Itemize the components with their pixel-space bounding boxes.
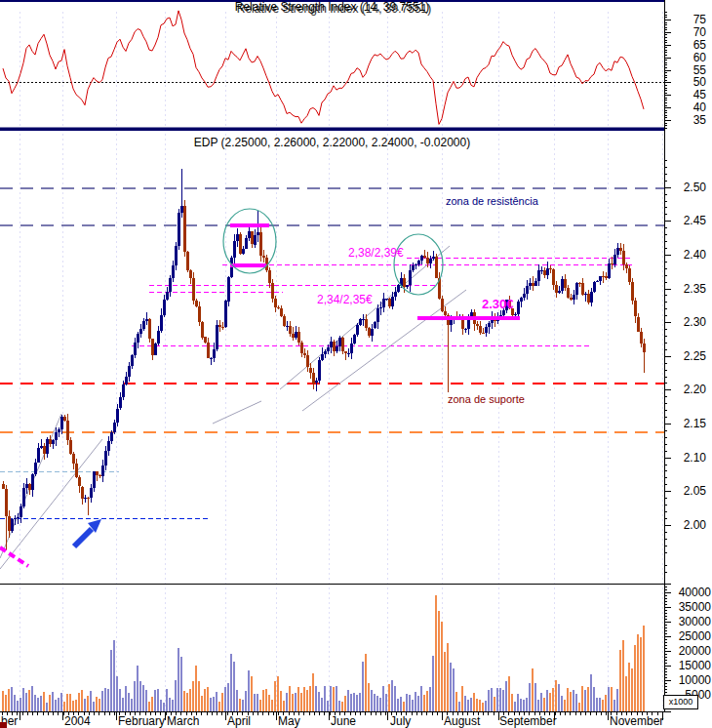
month-label: June bbox=[331, 714, 356, 728]
level-label-230: 2.30€ bbox=[482, 297, 514, 311]
month-label: May bbox=[278, 714, 300, 728]
axis-label: 65 bbox=[693, 38, 707, 52]
axis-label: 2.50 bbox=[684, 181, 707, 194]
month-label: March bbox=[167, 714, 199, 728]
month-label: November bbox=[610, 714, 663, 728]
axis-label: 60 bbox=[693, 51, 707, 64]
chart-window: 7570656055504540352.502.452.402.352.302.… bbox=[0, 0, 712, 728]
level-label-238-239: 2,38/2,39€ bbox=[348, 246, 404, 260]
month-label: September bbox=[499, 714, 557, 728]
axis-label: 20000 bbox=[679, 644, 712, 658]
month-label: 2004 bbox=[64, 714, 91, 728]
axis-label: 10000 bbox=[679, 673, 712, 687]
rsi-plot-area[interactable] bbox=[0, 10, 664, 132]
month-label: July bbox=[390, 714, 411, 728]
chart-canvas[interactable]: 7570656055504540352.502.452.402.352.302.… bbox=[0, 0, 712, 728]
rsi-title: Relative Strength Index (14, 39.7551) bbox=[0, 0, 664, 14]
axis-label: 45 bbox=[693, 88, 707, 101]
axis-label: 25000 bbox=[679, 629, 712, 643]
axis-label: 2.15 bbox=[684, 417, 707, 430]
axis-label: 70 bbox=[693, 25, 707, 39]
price-plot-area[interactable] bbox=[0, 153, 664, 584]
month-label: February bbox=[118, 714, 165, 728]
axis-label: 2.30 bbox=[684, 315, 707, 329]
axis-label: 40 bbox=[693, 101, 707, 114]
level-label-234-235: 2,34/2,35€ bbox=[317, 293, 373, 306]
axis-label: 50 bbox=[693, 75, 707, 89]
axis-label: 75 bbox=[693, 13, 707, 26]
axis-label: 2.10 bbox=[684, 451, 707, 465]
bottom-axis: ber2004FebruaryMarchAprilMayJuneJulyAugu… bbox=[1, 711, 663, 728]
rsi-bottom-band bbox=[0, 128, 664, 132]
month-label: August bbox=[444, 714, 481, 728]
axis-label: 30000 bbox=[679, 615, 712, 628]
corner-artifact bbox=[0, 722, 7, 728]
axis-label: 15000 bbox=[679, 659, 712, 672]
axis-label: 35000 bbox=[679, 600, 712, 614]
volume-plot-area[interactable] bbox=[0, 584, 664, 711]
volume-unit-box: x1000 bbox=[663, 695, 698, 709]
axis-label: 35 bbox=[693, 113, 707, 127]
axis-label: 2.45 bbox=[684, 214, 707, 227]
right-axis: 7570656055504540352.502.452.402.352.302.… bbox=[664, 13, 711, 708]
axis-label: 2.20 bbox=[684, 383, 707, 396]
price-title: EDP (2.25000, 2.26000, 2.22000, 2.24000,… bbox=[0, 136, 664, 149]
axis-label: 2.35 bbox=[684, 282, 707, 296]
month-label: April bbox=[227, 714, 251, 728]
axis-label: 2.25 bbox=[684, 349, 707, 363]
axis-label: 40000 bbox=[679, 586, 712, 599]
axis-label: 2.40 bbox=[684, 248, 707, 262]
support-zone-label: zona de suporte bbox=[448, 393, 525, 405]
axis-label: 2.00 bbox=[684, 518, 707, 532]
axis-label: 2.05 bbox=[684, 484, 707, 498]
resistance-zone-label: zona de resistência bbox=[446, 195, 538, 207]
